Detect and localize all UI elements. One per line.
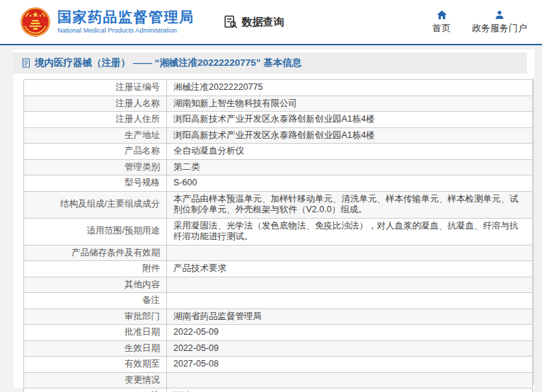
row-label-cell: 其他内容 — [24, 277, 166, 293]
row-label: 产品名称 — [125, 146, 160, 157]
row-label: 其他内容 — [125, 279, 160, 291]
row-label: 结构及组成/主要组成成分 — [60, 199, 160, 210]
page-content: 境内医疗器械（注册） —— “湘械注准20222220775” 基本信息 注册证… — [0, 45, 542, 388]
row-value-cell — [166, 293, 532, 309]
row-value: 2027-05-08 — [173, 359, 219, 369]
site-logo[interactable]: 国家药品监督管理局 National Medical Products Admi… — [20, 6, 195, 38]
row-label: 审批部门 — [125, 311, 160, 323]
row-value-cell: 详情 — [166, 388, 532, 392]
row-label-cell: 生效日期 — [24, 341, 166, 357]
row-value: 2022-05-09 — [173, 343, 219, 353]
table-row: 适用范围/预期用途采用凝固法、光学法（发色底物法、免疫比浊法），对人血浆的凝血、… — [24, 218, 532, 245]
table-row: 结构及组成/主要组成成分本产品由样本预温单元、加样针移动单元、清洗单元、样本传输… — [24, 191, 532, 218]
row-label: 备注 — [142, 295, 160, 306]
row-value-cell: 采用凝固法、光学法（发色底物法、免疫比浊法），对人血浆的凝血、抗凝血、纤溶与抗纤… — [166, 219, 532, 245]
row-value: 浏阳高新技术产业开发区永泰路创新创业园A1栋4楼 — [173, 114, 375, 124]
table-row: 其他内容 — [24, 277, 532, 293]
row-value-cell: 全自动凝血分析仪 — [166, 144, 532, 159]
user-icon — [495, 10, 504, 20]
national-emblem-icon — [20, 6, 51, 38]
table-row: 产品储存条件及有效期 — [24, 245, 532, 261]
row-label-cell: 附件 — [24, 261, 166, 277]
row-label: 生效日期 — [125, 343, 160, 354]
data-query-label: 数据查询 — [242, 16, 284, 29]
org-name-cn: 国家药品监督管理局 — [57, 9, 195, 25]
row-label: 批准日期 — [125, 327, 160, 338]
table-row: 生效日期2022-05-09 — [24, 340, 532, 357]
table-row: 批准日期2022-05-09 — [24, 324, 532, 340]
row-value: 浏阳高新技术产业开发区永泰路创新创业园A1栋4楼 — [173, 130, 375, 140]
row-value-cell: 第二类 — [166, 160, 532, 175]
nav-gov-portal-label: 政务服务门户 — [472, 22, 527, 35]
document-icon — [22, 58, 30, 68]
row-label: 注册证编号 — [116, 82, 161, 93]
row-value: 本产品由样本预温单元、加样针移动单元、清洗单元、样本传输单元、样本检测单元、试剂… — [173, 194, 519, 215]
row-value: 全自动凝血分析仪 — [173, 146, 244, 156]
row-label-cell: 批准日期 — [24, 325, 166, 340]
table-row: 备注 — [24, 292, 532, 309]
row-label: 变更情况 — [125, 375, 160, 386]
table-row: 管理类别第二类 — [24, 159, 532, 175]
table-row: 生产地址浏阳高新技术产业开发区永泰路创新创业园A1栋4楼 — [24, 127, 532, 144]
row-label-cell: 注册证编号 — [24, 80, 166, 96]
row-value: 湖南知新上智生物科技有限公司 — [173, 98, 297, 108]
row-label-cell: 适用范围/预期用途 — [24, 219, 166, 245]
table-row: 注册证编号湘械注准20222220775 — [24, 80, 532, 96]
row-value-cell: 本产品由样本预温单元、加样针移动单元、清洗单元、样本传输单元、样本检测单元、试剂… — [166, 192, 532, 218]
row-value-cell: S-600 — [166, 175, 532, 191]
row-label: 适用范围/预期用途 — [87, 226, 160, 237]
row-label-cell: 有效期至 — [24, 357, 166, 372]
page-title-bar: 境内医疗器械（注册） —— “湘械注准20222220775” 基本信息 — [13, 52, 527, 74]
data-query-tab[interactable]: 数据查询 — [223, 14, 284, 30]
table-row: 注详情 — [24, 388, 532, 392]
row-label-cell: 结构及组成/主要组成成分 — [24, 192, 166, 218]
nav-home-label: 首页 — [432, 22, 451, 35]
row-value-cell — [166, 246, 532, 261]
row-label: 生产地址 — [125, 130, 160, 142]
row-value: 采用凝固法、光学法（发色底物法、免疫比浊法），对人血浆的凝血、抗凝血、纤溶与抗纤… — [173, 221, 519, 242]
row-label: 管理类别 — [125, 162, 160, 173]
nav-gov-portal[interactable]: 政务服务门户 — [472, 10, 527, 35]
row-value-cell: 湖南知新上智生物科技有限公司 — [166, 96, 532, 112]
site-header: 国家药品监督管理局 National Medical Products Admi… — [0, 0, 542, 44]
nav-home[interactable]: 首页 — [432, 10, 451, 35]
row-label: 注册人名称 — [116, 98, 161, 110]
table-row: 注册人住所浏阳高新技术产业开发区永泰路创新创业园A1栋4楼 — [24, 111, 532, 127]
row-value-cell: 湖南省药品监督管理局 — [166, 309, 532, 325]
table-row: 注册人名称湖南知新上智生物科技有限公司 — [24, 96, 532, 112]
row-value-cell: 浏阳高新技术产业开发区永泰路创新创业园A1栋4楼 — [166, 112, 532, 127]
row-label-cell: 产品名称 — [24, 144, 166, 159]
row-value-cell: 浏阳高新技术产业开发区永泰路创新创业园A1栋4楼 — [166, 128, 532, 144]
row-value: 产品技术要求 — [173, 263, 226, 273]
row-value: S-600 — [173, 178, 197, 188]
info-table: 注册证编号湘械注准20222220775注册人名称湖南知新上智生物科技有限公司注… — [23, 79, 533, 392]
row-label: 型号规格 — [125, 178, 160, 189]
scrollbar[interactable] — [533, 78, 534, 385]
row-label: 有效期至 — [125, 359, 160, 370]
home-icon — [437, 10, 447, 20]
row-value: 第二类 — [173, 162, 200, 172]
row-label-cell: 管理类别 — [24, 160, 166, 175]
row-value: 湖南省药品监督管理局 — [173, 311, 262, 321]
table-row: 有效期至2027-05-08 — [24, 356, 532, 372]
table-row: 产品名称全自动凝血分析仪 — [24, 143, 532, 159]
row-label-cell: 注 — [24, 388, 166, 392]
row-value: 2022-05-09 — [173, 327, 219, 337]
table-row: 审批部门湖南省药品监督管理局 — [24, 309, 532, 325]
doc-search-icon — [223, 14, 238, 30]
row-label-cell: 备注 — [24, 293, 166, 309]
row-label-cell: 注册人名称 — [24, 96, 166, 112]
org-name-en: National Medical Products Administration — [57, 26, 195, 35]
table-row: 型号规格S-600 — [24, 175, 532, 191]
header-nav: 首页 政务服务门户 — [432, 10, 527, 35]
page-title: 境内医疗器械（注册） —— “湘械注准20222220775” 基本信息 — [35, 57, 301, 69]
row-value-cell: 2022-05-09 — [166, 341, 532, 357]
row-label-cell: 产品储存条件及有效期 — [24, 246, 166, 261]
row-label: 附件 — [142, 263, 160, 275]
row-value-cell: 产品技术要求 — [166, 261, 532, 277]
table-row: 变更情况 — [24, 372, 532, 388]
row-value-cell: 2022-05-09 — [166, 325, 532, 340]
row-label-cell: 注册人住所 — [24, 112, 166, 127]
detail-card: 境内医疗器械（注册） —— “湘械注准20222220775” 基本信息 注册证… — [13, 50, 534, 388]
row-label: 产品储存条件及有效期 — [71, 248, 160, 259]
